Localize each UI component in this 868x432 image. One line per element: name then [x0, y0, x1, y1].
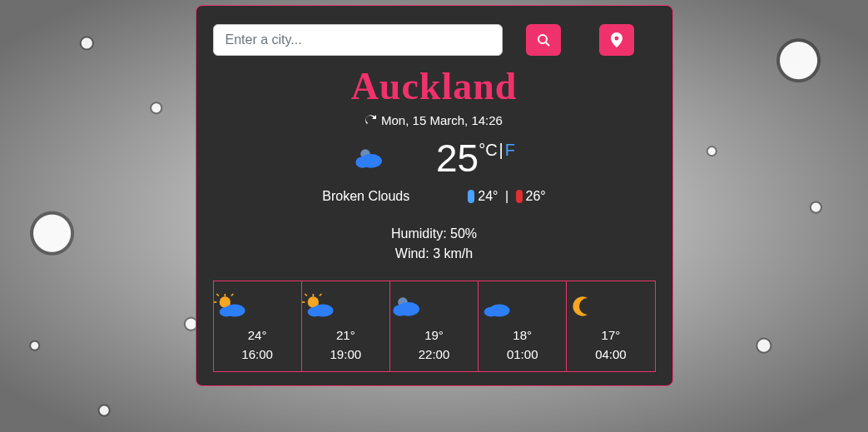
forecast-time: 22:00 [390, 347, 478, 361]
description-row: Broken Clouds 24° | 26° [213, 189, 656, 204]
weather-description: Broken Clouds [322, 189, 409, 204]
forecast-temp: 18° [479, 328, 566, 342]
unit-celsius[interactable]: C [485, 141, 497, 159]
datetime-row: Mon, 15 March, 14:26 [213, 113, 656, 127]
svg-point-21 [393, 305, 407, 315]
search-input[interactable] [213, 24, 503, 56]
forecast-icon [479, 293, 566, 320]
temp-value: 25 [436, 136, 479, 181]
weather-icon [353, 145, 386, 171]
forecast-item: 18°01:00 [479, 281, 567, 371]
datetime-text: Mon, 15 March, 14:26 [381, 113, 503, 127]
forecast-item: 17°04:00 [567, 281, 654, 371]
svg-point-23 [484, 307, 498, 317]
city-name: Auckland [213, 64, 656, 108]
thermometer-hot-icon [516, 190, 523, 203]
forecast-temp: 21° [302, 328, 389, 342]
weather-card: Auckland Mon, 15 March, 14:26 25 °C|F Br… [196, 5, 673, 386]
svg-line-9 [231, 294, 233, 296]
min-max: 24° | 26° [468, 189, 545, 204]
svg-line-1 [546, 42, 549, 46]
humidity-wind: Humidity: 50% Wind: 3 km/h [213, 224, 656, 264]
forecast-time: 04:00 [567, 347, 654, 361]
svg-point-11 [219, 307, 233, 317]
forecast-temp: 19° [390, 328, 478, 342]
svg-point-0 [538, 35, 547, 43]
search-button[interactable] [526, 24, 561, 56]
forecast-icon [567, 293, 654, 320]
search-icon [537, 33, 550, 47]
forecast-time: 01:00 [479, 347, 566, 361]
svg-line-8 [216, 294, 219, 296]
current-temp: 25 °C|F [436, 136, 515, 181]
forecast-icon [302, 293, 389, 320]
temp-row: 25 °C|F [213, 136, 656, 181]
forecast-icon [390, 293, 478, 320]
location-icon [611, 32, 622, 47]
forecast-time: 16:00 [214, 347, 301, 361]
forecast-item: 21°19:00 [302, 281, 390, 371]
svg-point-4 [355, 156, 370, 167]
refresh-icon[interactable] [365, 115, 376, 126]
svg-line-15 [305, 294, 307, 296]
forecast-time: 19:00 [302, 347, 389, 361]
svg-point-18 [307, 307, 321, 317]
svg-line-16 [320, 294, 322, 296]
forecast-item: 24°16:00 [214, 281, 302, 371]
forecast-row: 24°16:0021°19:0019°22:0018°01:0017°04:00 [213, 281, 656, 372]
forecast-item: 19°22:00 [390, 281, 479, 371]
wind-text: Wind: 3 km/h [213, 244, 656, 264]
humidity-text: Humidity: 50% [213, 224, 656, 244]
thermometer-cold-icon [468, 190, 474, 203]
location-button[interactable] [599, 24, 634, 56]
forecast-icon [214, 293, 301, 320]
search-row [213, 24, 656, 56]
unit-fahrenheit[interactable]: F [505, 141, 515, 159]
forecast-temp: 17° [567, 328, 654, 342]
low-temp: 24° [478, 189, 498, 204]
forecast-temp: 24° [214, 328, 301, 342]
high-temp: 26° [526, 189, 546, 204]
